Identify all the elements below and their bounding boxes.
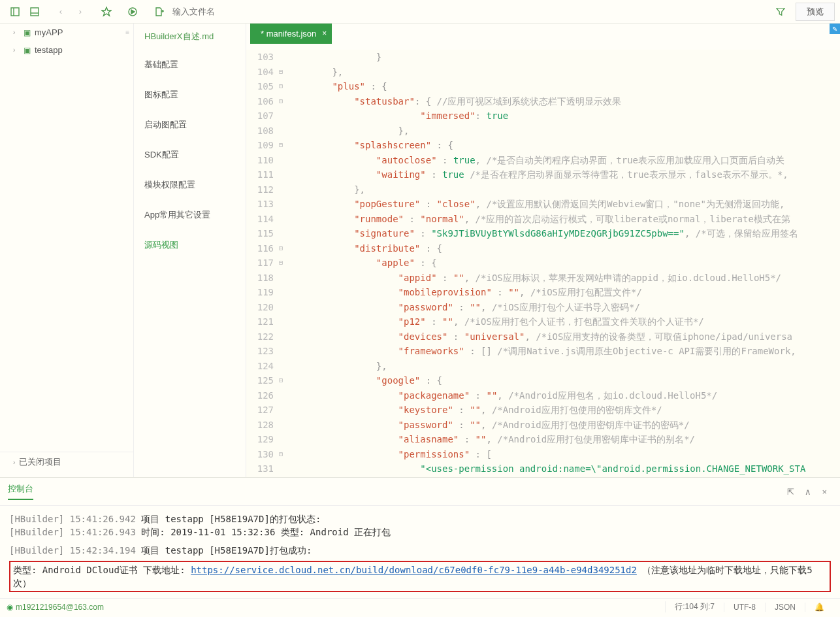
config-sidebar: HBuilderX自述.md 基础配置图标配置启动图配置SDK配置模块权限配置A… bbox=[134, 24, 246, 477]
tree-collapse-icon[interactable]: ≡ bbox=[125, 29, 129, 36]
collapse-icon[interactable]: ∧ bbox=[800, 487, 816, 497]
project-tree: ≡ ›▣myAPP›▣testapp ›已关闭项目 bbox=[0, 24, 134, 477]
console-tab[interactable]: 控制台 bbox=[8, 483, 33, 500]
tab-readme[interactable]: HBuilderX自述.md bbox=[144, 31, 225, 42]
svg-marker-4 bbox=[102, 7, 111, 16]
log-text: 类型: Android DCloud证书 下载地址: bbox=[13, 565, 191, 575]
code-editor[interactable]: 1031041051061071081091101111121131141151… bbox=[246, 50, 840, 477]
tree-item-label: myAPP bbox=[35, 27, 63, 37]
tab-manifest[interactable]: * manifest.json× bbox=[250, 24, 332, 44]
export-icon[interactable]: ⇱ bbox=[782, 487, 800, 497]
log-tag: [HBuilder] bbox=[9, 545, 64, 556]
preview-button[interactable]: 预览 bbox=[796, 3, 835, 21]
tree-item[interactable]: ›▣testapp bbox=[0, 41, 133, 59]
config-item[interactable]: 模块权限配置 bbox=[134, 170, 246, 200]
svg-rect-0 bbox=[11, 8, 19, 16]
log-text: 项目 testapp [H58E19A7D]打包成功: bbox=[136, 545, 312, 556]
console-panel: 控制台 ⇱ ∧ × [HBuilder] 15:41:26.942 项目 tes… bbox=[0, 477, 840, 598]
status-dot-icon: ◉ bbox=[7, 603, 13, 612]
language-mode[interactable]: JSON bbox=[765, 603, 805, 612]
close-icon[interactable]: × bbox=[322, 29, 327, 38]
nav-back-icon[interactable]: ‹ bbox=[51, 3, 71, 21]
config-item[interactable]: SDK配置 bbox=[134, 140, 246, 170]
highlight-box: 类型: Android DCloud证书 下载地址: https://servi… bbox=[9, 561, 831, 592]
tree-item[interactable]: ›▣myAPP bbox=[0, 24, 133, 41]
encoding[interactable]: UTF-8 bbox=[724, 603, 765, 612]
svg-marker-9 bbox=[777, 8, 784, 15]
notification-icon[interactable]: 🔔 bbox=[805, 603, 833, 612]
svg-marker-6 bbox=[131, 10, 135, 14]
editor-area: * manifest.json× 10310410510610710810911… bbox=[246, 24, 840, 477]
console-output[interactable]: [HBuilder] 15:41:26.942 项目 testapp [H58E… bbox=[0, 506, 840, 599]
nav-forward-icon[interactable]: › bbox=[71, 3, 90, 21]
closed-projects[interactable]: ›已关闭项目 bbox=[0, 452, 133, 472]
cursor-position[interactable]: 行:104 列:7 bbox=[665, 601, 724, 612]
closed-projects-label: 已关闭项目 bbox=[19, 457, 61, 467]
config-item[interactable]: 图标配置 bbox=[134, 80, 246, 110]
config-item[interactable]: 基础配置 bbox=[134, 50, 246, 80]
log-timestamp: 15:42:34.194 bbox=[70, 545, 136, 556]
status-bar: ◉ m1921219654@163.com 行:104 列:7 UTF-8 JS… bbox=[0, 598, 840, 615]
side-marker-icon: ✎ bbox=[830, 24, 840, 34]
filename-input[interactable] bbox=[169, 7, 771, 16]
user-email[interactable]: m1921219654@163.com bbox=[16, 603, 104, 612]
tree-item-label: testapp bbox=[35, 45, 63, 55]
toolbar: ‹ › 预览 bbox=[0, 0, 840, 24]
tab-label: * manifest.json bbox=[261, 29, 316, 39]
run-icon[interactable] bbox=[123, 3, 142, 21]
panel-left-icon[interactable] bbox=[5, 3, 25, 21]
config-item[interactable]: 启动图配置 bbox=[134, 110, 246, 140]
star-icon[interactable] bbox=[97, 3, 116, 21]
new-file-icon[interactable] bbox=[149, 3, 169, 21]
config-item[interactable]: App常用其它设置 bbox=[134, 200, 246, 230]
filter-icon[interactable] bbox=[771, 7, 790, 16]
download-link[interactable]: https://service.dcloud.net.cn/build/down… bbox=[191, 565, 637, 575]
config-item[interactable]: 源码视图 bbox=[134, 230, 246, 260]
panel-bottom-icon[interactable] bbox=[25, 3, 44, 21]
svg-rect-2 bbox=[31, 8, 39, 16]
close-console-icon[interactable]: × bbox=[816, 487, 832, 497]
